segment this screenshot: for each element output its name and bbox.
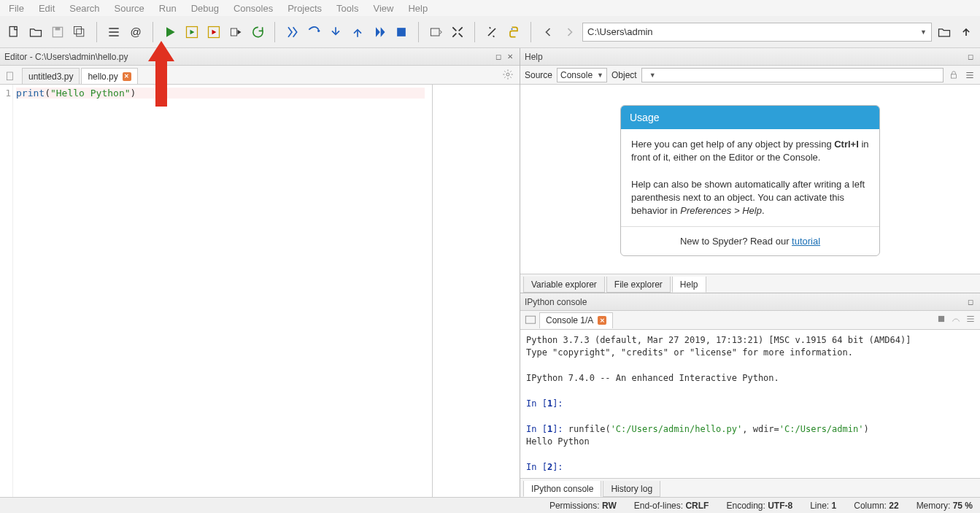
step-in-icon[interactable] [326,23,345,42]
list-icon[interactable] [104,23,123,42]
object-label: Object [611,70,637,80]
tab-history-log[interactable]: History log [603,481,660,497]
svg-point-14 [506,73,509,76]
menu-search[interactable]: Search [63,1,105,15]
rerun-icon[interactable] [248,23,267,42]
working-directory-combo[interactable]: C:\Users\admin ▼ [582,23,932,42]
close-icon[interactable]: ✕ [123,72,131,81]
run-selection-icon[interactable] [226,23,245,42]
chevron-down-icon: ▼ [649,72,656,79]
source-combo[interactable]: Console ▼ [557,68,607,82]
menu-help[interactable]: Help [402,1,433,15]
new-file-icon[interactable] [4,23,23,42]
svg-rect-15 [952,74,957,77]
usage-title: Usage [621,106,879,129]
help-toolbar: Source Console ▼ Object ▼ [520,66,980,85]
svg-point-12 [512,28,513,29]
run-icon[interactable] [161,23,180,42]
at-icon[interactable]: @ [126,23,145,42]
pane-undock-icon[interactable]: ◻ [965,52,976,62]
svg-text:@: @ [131,26,142,38]
status-permissions: Permissions: RW [549,501,617,511]
tab-label: Console 1/A [546,315,593,325]
tutorial-link[interactable]: tutorial [792,236,820,247]
continue-icon[interactable] [370,23,389,42]
maximize-icon[interactable] [448,23,467,42]
status-eol: End-of-lines: CRLF [634,501,709,511]
tab-help[interactable]: Help [672,277,706,293]
editor-tabs: untitled3.py hello.py ✕ [0,66,520,85]
chevron-down-icon: ▼ [920,28,927,36]
source-label: Source [525,70,552,80]
stop-icon[interactable] [392,23,411,42]
menu-bar: File Edit Search Source Run Debug Consol… [0,0,980,16]
preferences-icon[interactable] [482,23,501,42]
menu-edit[interactable]: Edit [33,1,61,15]
svg-rect-4 [77,28,84,36]
line-gutter: 1 [0,85,13,497]
code-token-string: "Hello Python" [50,88,131,99]
status-bar: Permissions: RW End-of-lines: CRLF Encod… [0,497,980,513]
console-tabs: Console 1/A ✕ [520,311,980,330]
save-file-icon[interactable] [48,23,67,42]
code-token-print: print [16,88,45,99]
open-file-icon[interactable] [26,23,45,42]
debug-icon[interactable] [282,23,301,42]
tab-ipython-console[interactable]: IPython console [523,481,601,497]
console-output[interactable]: Python 3.7.3 (default, Mar 27 2019, 17:1… [520,330,980,478]
svg-point-9 [317,29,320,31]
import-data-icon[interactable] [426,23,445,42]
step-out-icon[interactable] [348,23,367,42]
console-pane-header: IPython console ◻ [520,293,980,311]
svg-rect-17 [938,316,944,322]
menu-consoles[interactable]: Consoles [228,1,279,15]
pane-close-icon[interactable]: ✕ [505,52,515,62]
run-cell-advance-icon[interactable] [204,23,223,42]
svg-rect-0 [9,26,17,36]
menu-projects[interactable]: Projects [282,1,328,15]
menu-source[interactable]: Source [109,1,150,15]
python-path-icon[interactable] [504,23,523,42]
tab-untitled3[interactable]: untitled3.py [22,68,80,84]
chevron-down-icon: ▼ [597,72,603,79]
console-browse-icon[interactable] [523,313,538,328]
svg-rect-11 [431,28,439,36]
console-bottom-tabs: IPython console History log [520,478,980,497]
menu-debug[interactable]: Debug [185,1,225,15]
svg-rect-8 [231,28,236,36]
help-options-icon[interactable] [964,69,976,81]
file-browse-icon[interactable] [3,69,18,84]
console-pane-title: IPython console [525,297,587,307]
run-cell-icon[interactable] [182,23,201,42]
svg-rect-10 [397,28,406,36]
help-body: Usage Here you can get help of any objec… [520,85,980,274]
tab-variable-explorer[interactable]: Variable explorer [523,277,605,293]
browse-folder-icon[interactable] [935,23,954,42]
menu-run[interactable]: Run [153,1,182,15]
help-pane-header: Help ◻ [520,48,980,66]
pane-undock-icon[interactable]: ◻ [493,52,503,62]
menu-view[interactable]: View [367,1,399,15]
menu-file[interactable]: File [3,1,30,15]
console-tab-1a[interactable]: Console 1/A ✕ [539,312,613,328]
pane-undock-icon[interactable]: ◻ [965,297,976,307]
nav-back-icon[interactable] [539,23,557,42]
close-icon[interactable]: ✕ [598,316,606,325]
editor-options-icon[interactable] [502,69,515,82]
tab-hello[interactable]: hello.py ✕ [81,68,137,84]
step-over-icon[interactable] [304,23,323,42]
stop-console-icon[interactable] [936,314,946,326]
code-editor[interactable]: 1 print("Hello Python") [0,85,520,497]
tab-file-explorer[interactable]: File explorer [606,277,671,293]
lock-icon[interactable] [948,69,960,81]
editor-pane-title: Editor - C:\Users\admin\hello.py [4,52,128,62]
menu-tools[interactable]: Tools [331,1,364,15]
object-combo[interactable]: ▼ [641,68,944,82]
console-options-icon[interactable] [965,314,976,326]
clear-console-icon[interactable] [951,314,961,326]
status-encoding: Encoding: UTF-8 [726,501,792,511]
parent-folder-icon[interactable] [957,23,976,42]
tab-label: hello.py [88,72,117,82]
save-all-icon[interactable] [70,23,89,42]
nav-forward-icon[interactable] [560,23,579,42]
